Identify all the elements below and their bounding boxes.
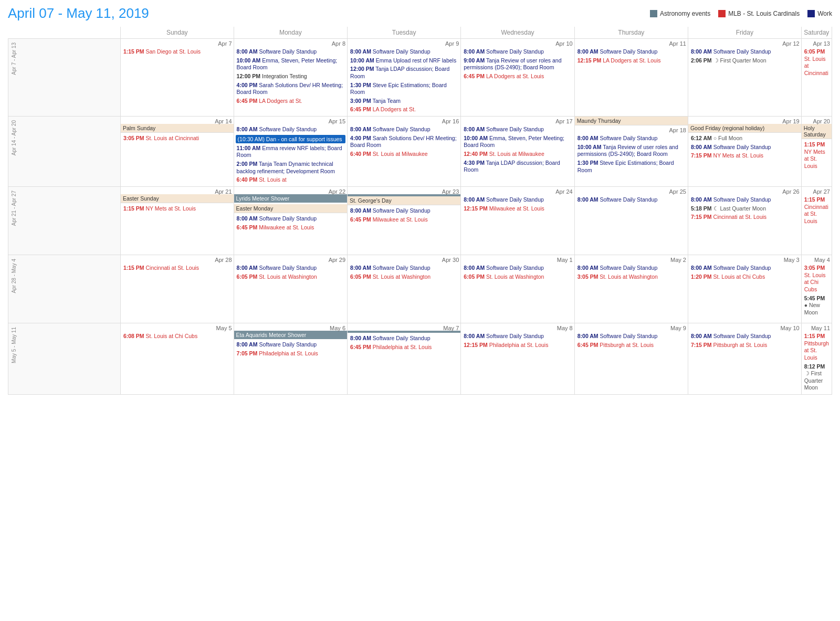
event-may6-2[interactable]: 7:05 PM Philadelphia at St. Louis bbox=[236, 350, 345, 358]
event-apr9-2[interactable]: 10:00 AM Emma Upload rest of NRF labels bbox=[349, 57, 459, 65]
event-may5-1[interactable]: 6:08 PM St. Louis at Chi Cubs bbox=[122, 332, 232, 341]
event-may2-2[interactable]: 3:05 PM St. Louis at Washington bbox=[576, 273, 686, 281]
event-apr27-1[interactable]: 1:15 PM Cincinnati at St. Louis bbox=[803, 196, 830, 226]
cell-apr9: Apr 9 8:00 AM Software Daily Standup 10:… bbox=[348, 39, 461, 117]
event-apr13-1[interactable]: 6:05 PM St. Louis at Cincinnati bbox=[803, 48, 830, 78]
event-apr19-3[interactable]: 7:15 PM NY Mets at St. Louis bbox=[690, 152, 800, 160]
event-apr8-4[interactable]: 4:00 PM Sarah Solutions Dev/ HR Meeting;… bbox=[236, 81, 345, 97]
event-time: 8:00 AM bbox=[578, 135, 598, 141]
event-time: 12:00 PM bbox=[237, 73, 261, 79]
event-apr8-5[interactable]: 6:45 PM LA Dodgers at St. bbox=[236, 97, 345, 106]
event-title: Software Daily Standup bbox=[713, 48, 771, 55]
event-apr24-2[interactable]: 12:15 PM Milwaukee at St. Louis bbox=[463, 205, 572, 213]
event-apr23-1[interactable]: 8:00 AM Software Daily Standup bbox=[349, 207, 459, 215]
event-apr10-2[interactable]: 9:00 AM Tanja Review of user roles and p… bbox=[463, 57, 572, 72]
event-apr9-4[interactable]: 1:30 PM Steve Epic Estimations; Board Ro… bbox=[349, 81, 459, 97]
event-apr9-6[interactable]: 6:45 PM LA Dodgers at St. bbox=[349, 106, 459, 114]
event-title: St. Louis at Cincinnati bbox=[146, 135, 200, 141]
event-may1-1[interactable]: 8:00 AM Software Daily Standup bbox=[463, 264, 572, 272]
event-apr9-3[interactable]: 12:00 PM Tanja LDAP discussion; Board Ro… bbox=[349, 65, 459, 80]
event-apr16-1[interactable]: 8:00 AM Software Daily Standup bbox=[349, 125, 459, 134]
week-label-4: Apr 28 - May 4 bbox=[8, 255, 121, 323]
event-apr15-2[interactable]: 11:00 AM Emma review NRF labels; Board R… bbox=[236, 144, 345, 160]
cell-may9: May 9 8:00 AM Software Daily Standup 6:4… bbox=[574, 323, 688, 394]
event-apr20-1[interactable]: 1:15 PM NY Mets at St. Louis bbox=[803, 141, 830, 171]
event-apr28-1[interactable]: 1:15 PM Cincinnati at St. Louis bbox=[122, 264, 232, 272]
event-apr19-1[interactable]: 6:12 AM ○ Full Moon bbox=[690, 134, 800, 143]
event-apr10-3[interactable]: 6:45 PM LA Dodgers at St. Louis bbox=[463, 72, 572, 81]
event-may11-2[interactable]: 8:12 PM ☽ First Quarter Moon bbox=[803, 363, 830, 393]
event-time: 6:45 PM bbox=[350, 216, 371, 223]
event-may3-2[interactable]: 1:20 PM St. Louis at Chi Cubs bbox=[690, 273, 800, 281]
event-apr8-1[interactable]: 8:00 AM Software Daily Standup bbox=[236, 48, 345, 56]
event-may11-1[interactable]: 1:15 PM Pittsburgh at St. Louis bbox=[803, 332, 830, 362]
event-title: Software Daily Standup bbox=[259, 126, 317, 132]
event-time: 6:45 PM bbox=[464, 73, 485, 79]
event-apr18-3[interactable]: 1:30 PM Steve Epic Estimations; Board Ro… bbox=[576, 159, 686, 174]
event-apr25-1[interactable]: 8:00 AM Software Daily Standup bbox=[576, 196, 686, 204]
event-apr9-5[interactable]: 3:00 PM Tanja Team bbox=[349, 97, 459, 106]
event-apr17-4[interactable]: 4:30 PM Tanja LDAP discussion; Board Roo… bbox=[463, 159, 572, 174]
event-time: 8:00 AM bbox=[578, 196, 598, 203]
event-apr30-2[interactable]: 6:05 PM St. Louis at Washington bbox=[349, 273, 459, 281]
event-apr19-2[interactable]: 8:00 AM Software Daily Standup bbox=[690, 143, 800, 152]
event-apr21-1[interactable]: 1:15 PM NY Mets at St. Louis bbox=[122, 205, 232, 213]
event-apr16-3[interactable]: 6:40 PM St. Louis at Milwaukee bbox=[349, 150, 459, 159]
day-num-apr16: Apr 16 bbox=[349, 118, 459, 124]
event-apr15-highlight[interactable]: (10:30 AM) Dan - on call for support iss… bbox=[236, 135, 345, 143]
event-may4-2[interactable]: 5:45 PM ● New Moon bbox=[803, 294, 830, 317]
event-apr8-2[interactable]: 10:00 AM Emma, Steven, Peter Meeting; Bo… bbox=[236, 57, 345, 72]
event-may2-1[interactable]: 8:00 AM Software Daily Standup bbox=[576, 264, 686, 272]
event-apr22-2[interactable]: 6:45 PM Milwaukee at St. Louis bbox=[236, 224, 345, 232]
event-apr23-2[interactable]: 6:45 PM Milwaukee at St. Louis bbox=[349, 216, 459, 224]
cell-apr15: Apr 15 8:00 AM Software Daily Standup (1… bbox=[234, 117, 347, 187]
event-may9-1[interactable]: 8:00 AM Software Daily Standup bbox=[576, 332, 686, 341]
event-title: St. Louis at Cincinnati bbox=[804, 56, 828, 76]
event-title: Philadelphia at St. Louis bbox=[373, 344, 432, 350]
event-apr24-1[interactable]: 8:00 AM Software Daily Standup bbox=[463, 196, 572, 204]
event-may9-2[interactable]: 6:45 PM Pittsburgh at St. Louis bbox=[576, 341, 686, 350]
event-apr12-2[interactable]: 2:06 PM ☽ First Quarter Moon bbox=[690, 57, 800, 65]
event-apr29-2[interactable]: 6:05 PM St. Louis at Washington bbox=[236, 273, 345, 281]
event-apr17-3[interactable]: 12:40 PM St. Louis at Milwaukee bbox=[463, 150, 572, 159]
event-apr26-1[interactable]: 8:00 AM Software Daily Standup bbox=[690, 196, 800, 204]
event-may1-2[interactable]: 6:05 PM St. Louis at Washington bbox=[463, 273, 572, 281]
event-title: Software Daily Standup bbox=[259, 265, 317, 271]
event-may7-2[interactable]: 6:45 PM Philadelphia at St. Louis bbox=[349, 343, 459, 352]
event-may10-2[interactable]: 7:15 PM Pittsburgh at St. Louis bbox=[690, 341, 800, 350]
cell-apr21: Apr 21 Easter Sunday 1:15 PM NY Mets at … bbox=[120, 186, 234, 255]
event-may7-1[interactable]: 8:00 AM Software Daily Standup bbox=[349, 334, 459, 343]
cell-apr19: Apr 19 Good Friday (regional holiday) 6:… bbox=[688, 117, 801, 187]
event-title: St. Louis at Chi Cubs bbox=[804, 272, 826, 292]
event-apr29-1[interactable]: 8:00 AM Software Daily Standup bbox=[236, 264, 345, 272]
event-time: 6:45 PM bbox=[237, 224, 258, 230]
event-apr16-2[interactable]: 4:00 PM Sarah Solutions Dev/ HR Meeting;… bbox=[349, 134, 459, 150]
event-may3-1[interactable]: 8:00 AM Software Daily Standup bbox=[690, 264, 800, 272]
event-apr17-1[interactable]: 8:00 AM Software Daily Standup bbox=[463, 125, 572, 134]
event-apr17-2[interactable]: 10:00 AM Emma, Steven, Peter Meeting; Bo… bbox=[463, 134, 572, 150]
event-apr15-1[interactable]: 8:00 AM Software Daily Standup bbox=[236, 125, 345, 134]
event-may8-2[interactable]: 12:15 PM Philadelphia at St. Louis bbox=[463, 341, 572, 350]
event-apr11-2[interactable]: 12:15 PM LA Dodgers at St. Louis bbox=[576, 57, 686, 65]
event-apr7-1[interactable]: 1:15 PM San Diego at St. Louis bbox=[122, 48, 232, 56]
event-apr11-1[interactable]: 8:00 AM Software Daily Standup bbox=[576, 48, 686, 56]
event-apr15-3[interactable]: 2:00 PM Tanja Team Dynamic technical bac… bbox=[236, 160, 345, 175]
event-apr26-3[interactable]: 7:15 PM Cincinnati at St. Louis bbox=[690, 213, 800, 222]
event-apr10-1[interactable]: 8:00 AM Software Daily Standup bbox=[463, 48, 572, 56]
event-may8-1[interactable]: 8:00 AM Software Daily Standup bbox=[463, 332, 572, 341]
event-apr18-1[interactable]: 8:00 AM Software Daily Standup bbox=[576, 134, 686, 143]
event-apr12-1[interactable]: 8:00 AM Software Daily Standup bbox=[690, 48, 800, 56]
event-apr15-4[interactable]: 6:40 PM St. Louis at bbox=[236, 176, 345, 184]
event-title: Philadelphia at St. Louis bbox=[259, 350, 318, 356]
event-may10-1[interactable]: 8:00 AM Software Daily Standup bbox=[690, 332, 800, 341]
event-apr26-2[interactable]: 5:18 PM ☾ Last Quarter Moon bbox=[690, 205, 800, 213]
event-apr14-1[interactable]: 3:05 PM St. Louis at Cincinnati bbox=[122, 134, 232, 143]
event-apr8-3[interactable]: 12:00 PM Integration Testing bbox=[236, 72, 345, 81]
event-apr30-1[interactable]: 8:00 AM Software Daily Standup bbox=[349, 264, 459, 272]
event-apr9-1[interactable]: 8:00 AM Software Daily Standup bbox=[349, 48, 459, 56]
event-may6-1[interactable]: 8:00 AM Software Daily Standup bbox=[236, 341, 345, 349]
event-apr22-1[interactable]: 8:00 AM Software Daily Standup bbox=[236, 215, 345, 223]
event-apr18-2[interactable]: 10:00 AM Tanja Review of user roles and … bbox=[576, 143, 686, 159]
event-may4-1[interactable]: 3:05 PM St. Louis at Chi Cubs bbox=[803, 264, 830, 294]
cell-may7: May 7 8:00 AM Software Daily Standup 6:4… bbox=[348, 323, 461, 394]
